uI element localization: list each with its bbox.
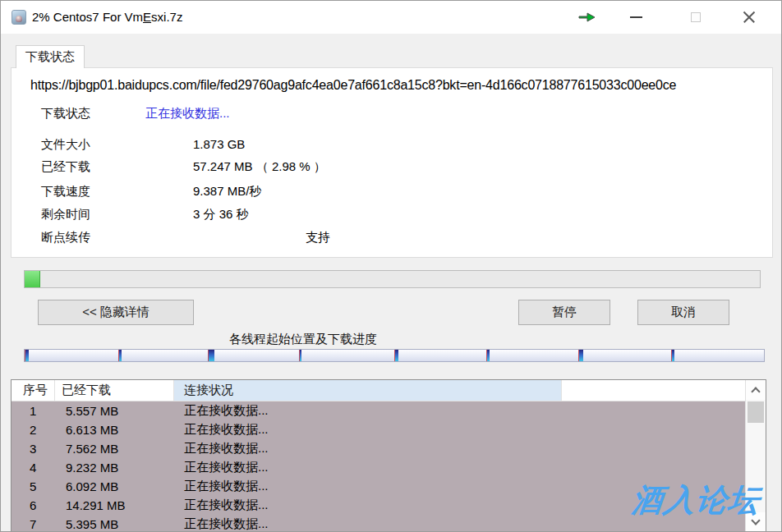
cell-no: 6 — [12, 498, 55, 512]
thread-marker — [118, 350, 122, 361]
header-downloaded[interactable]: 已经下载 — [55, 380, 174, 401]
cell-status: 正在接收数据... — [174, 479, 562, 494]
status-value: 正在接收数据... — [145, 106, 230, 122]
thread-marker — [25, 350, 29, 361]
thread-marker — [486, 350, 490, 361]
downloaded-label: 已经下载 — [41, 159, 90, 175]
minimize-icon — [630, 16, 642, 18]
thread-progress-label: 各线程起始位置及下载进度 — [180, 332, 426, 347]
cell-downloaded: 7.562 MB — [55, 442, 174, 456]
download-status-panel: https://bjbgp01.baidupcs.com/file/fed297… — [11, 67, 773, 258]
resume-support-label: 断点续传 — [41, 230, 90, 245]
file-size-value: 1.873 GB — [193, 137, 245, 151]
forum-watermark: 酒入论坛 — [629, 479, 761, 521]
green-arrow-button[interactable] — [573, 4, 601, 30]
cell-downloaded: 6.613 MB — [55, 423, 174, 437]
cell-status: 正在接收数据... — [174, 422, 562, 438]
green-arrow-icon — [578, 11, 596, 23]
cell-downloaded: 6.092 MB — [55, 479, 174, 493]
cell-status: 正在接收数据... — [174, 498, 562, 513]
cell-downloaded: 14.291 MB — [55, 498, 174, 512]
table-row[interactable]: 1 5.557 MB 正在接收数据... — [12, 401, 745, 420]
cell-no: 7 — [12, 517, 55, 531]
tab-download-status[interactable]: 下载状态 — [16, 45, 85, 68]
status-label: 下载状态 — [41, 106, 90, 122]
title-text-suffix: sxi.7z — [151, 10, 182, 24]
cell-no: 2 — [12, 423, 55, 437]
cell-no: 5 — [12, 479, 55, 493]
cell-no: 3 — [12, 442, 55, 456]
thread-marker — [394, 350, 398, 361]
cell-downloaded: 9.232 MB — [55, 461, 174, 475]
header-no[interactable]: 序号 — [12, 380, 55, 401]
resume-support-value: 支持 — [306, 230, 330, 245]
thread-progress-bar — [24, 349, 765, 362]
close-icon — [743, 11, 756, 24]
maximize-button[interactable] — [682, 4, 710, 30]
download-url: https://bjbgp01.baidupcs.com/file/fed297… — [30, 78, 761, 93]
cell-no: 1 — [12, 404, 55, 418]
pause-button[interactable]: 暂停 — [518, 300, 610, 325]
title-bar[interactable]: 2% Centos7 For VmEsxi.7z — [1, 1, 781, 34]
thread-marker — [208, 350, 214, 361]
thread-marker — [578, 350, 583, 361]
hide-details-button[interactable]: << 隐藏详情 — [38, 300, 194, 325]
cell-downloaded: 5.395 MB — [55, 517, 174, 531]
window-title: 2% Centos7 For VmEsxi.7z — [32, 10, 182, 24]
progress-fill — [25, 271, 40, 287]
cell-status: 正在接收数据... — [174, 516, 562, 532]
header-status[interactable]: 连接状况 — [174, 380, 562, 401]
cell-downloaded: 5.557 MB — [55, 404, 174, 418]
scrollbar-thumb[interactable] — [748, 401, 764, 423]
cell-no: 4 — [12, 461, 55, 475]
overall-progress-bar — [24, 270, 761, 288]
thread-marker — [671, 350, 674, 361]
maximize-icon — [691, 12, 701, 22]
scroll-up-button[interactable] — [746, 380, 766, 400]
table-header-row: 序号 已经下载 连接状况 — [12, 380, 745, 401]
title-accel: E — [143, 10, 151, 24]
app-icon — [12, 10, 26, 25]
cell-status: 正在接收数据... — [174, 460, 562, 475]
chevron-up-icon — [751, 387, 760, 396]
cell-status: 正在接收数据... — [174, 403, 562, 419]
title-text: 2% Centos7 For Vm — [32, 10, 143, 24]
cell-status: 正在接收数据... — [174, 441, 562, 456]
time-left-label: 剩余时间 — [41, 207, 90, 222]
file-size-label: 文件大小 — [41, 137, 90, 153]
header-filler — [562, 380, 745, 401]
table-row[interactable]: 3 7.562 MB 正在接收数据... — [12, 439, 745, 458]
speed-label: 下载速度 — [41, 184, 90, 200]
cancel-button[interactable]: 取消 — [637, 300, 729, 325]
close-button[interactable] — [735, 4, 763, 30]
table-row[interactable]: 2 6.613 MB 正在接收数据... — [12, 420, 745, 439]
time-left-value: 3 分 36 秒 — [193, 207, 249, 222]
thread-marker — [299, 350, 301, 361]
downloaded-value: 57.247 MB （ 2.98 % ） — [193, 159, 326, 175]
speed-value: 9.387 MB/秒 — [193, 184, 261, 200]
table-row[interactable]: 4 9.232 MB 正在接收数据... — [12, 458, 745, 477]
download-window: 2% Centos7 For VmEsxi.7z 下载状态 https://bj… — [0, 0, 782, 532]
minimize-button[interactable] — [622, 4, 650, 30]
